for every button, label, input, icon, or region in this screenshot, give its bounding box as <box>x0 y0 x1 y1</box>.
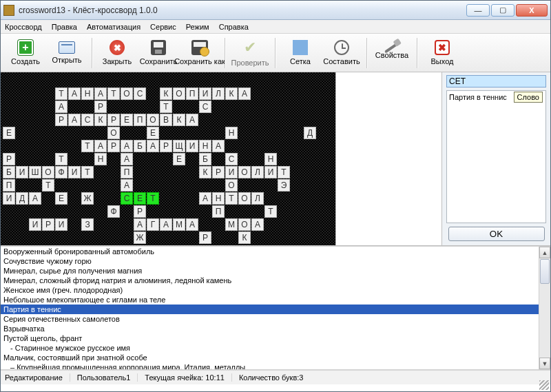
clue-row[interactable]: Небольшое млекопитающее с иглами на теле <box>1 295 550 305</box>
grid-cell[interactable]: К <box>238 231 251 244</box>
grid-cell[interactable]: Ф <box>107 205 120 218</box>
grid-cell[interactable]: Н <box>225 127 238 139</box>
grid-cell[interactable]: Р <box>55 114 67 126</box>
grid-cell[interactable]: П <box>134 114 146 126</box>
grid-cell[interactable]: Т <box>55 153 67 165</box>
grid-cell[interactable]: И <box>16 166 28 178</box>
grid-cell[interactable]: Н <box>94 153 107 165</box>
grid-cell[interactable]: О <box>147 114 159 126</box>
menu-5[interactable]: Справка <box>219 23 249 31</box>
grid-cell[interactable]: Б <box>134 140 146 152</box>
saveas-button[interactable]: Сохранить как <box>179 36 220 70</box>
grid-cell[interactable]: О <box>238 166 251 178</box>
grid-cell[interactable]: Т <box>107 87 120 100</box>
clue-row[interactable]: Вооруженный бронированный автомобиль <box>1 247 550 256</box>
grid-cell[interactable]: А <box>212 140 225 152</box>
scroll-thumb[interactable] <box>540 259 550 284</box>
grid-cell[interactable]: А <box>94 87 107 100</box>
ok-button[interactable]: OK <box>448 227 545 241</box>
grid-cell[interactable]: Л <box>251 166 264 178</box>
grid-cell[interactable]: И <box>3 192 15 205</box>
grid-cell[interactable]: Д <box>304 127 316 139</box>
grid-cell[interactable]: П <box>3 179 15 192</box>
grid-cell[interactable]: С <box>81 114 94 126</box>
grid-cell[interactable]: Р <box>42 218 54 231</box>
clue-row[interactable]: Взрывчатка <box>1 324 550 333</box>
grid-cell[interactable]: М <box>173 218 185 231</box>
grid-cell[interactable]: С <box>199 101 211 113</box>
grid-cell[interactable]: Е <box>173 153 185 165</box>
grid-cell[interactable]: Т <box>147 192 159 205</box>
grid-cell[interactable]: О <box>42 166 54 178</box>
grid-cell[interactable]: Р <box>134 205 146 218</box>
scrollbar[interactable]: ▲ ▼ <box>539 247 550 369</box>
grid-cell[interactable]: К <box>173 114 185 126</box>
save-button[interactable]: Сохранить <box>138 36 179 70</box>
grid-cell[interactable]: И <box>199 87 211 100</box>
grid-cell[interactable]: С <box>225 153 238 165</box>
clue-row[interactable]: Минерал, сырье для получения магния <box>1 266 550 276</box>
grid-cell[interactable]: Т <box>264 205 277 218</box>
grid-cell[interactable]: Р <box>212 166 225 178</box>
grid-cell[interactable]: Г <box>147 218 159 231</box>
grid-cell[interactable]: А <box>29 192 41 205</box>
clue-text-area[interactable]: Партия в теннис Слово <box>446 90 546 223</box>
grid-cell[interactable]: О <box>107 127 120 139</box>
grid-cell[interactable]: Н <box>81 87 94 100</box>
grid-cell[interactable]: С <box>121 192 133 205</box>
maximize-button[interactable]: ▢ <box>491 4 514 17</box>
grid-cell[interactable]: Л <box>251 192 264 205</box>
menu-3[interactable]: Сервис <box>150 23 176 31</box>
grid-cell[interactable]: М <box>225 218 238 231</box>
grid-cell[interactable]: Т <box>160 101 172 113</box>
menu-0[interactable]: Кроссворд <box>5 23 42 31</box>
grid-cell[interactable]: О <box>238 192 251 205</box>
exit-button[interactable]: ✖Выход <box>422 36 463 70</box>
clue-row[interactable]: Серия отечественных самолетов <box>1 314 550 324</box>
grid-cell[interactable]: А <box>251 218 264 231</box>
create-button[interactable]: +Создать <box>5 36 46 70</box>
grid-cell[interactable]: Т <box>81 140 94 152</box>
grid-cell[interactable]: Н <box>199 140 211 152</box>
clue-row[interactable]: Мальчик, состоявший при знатной особе <box>1 353 550 362</box>
grid-cell[interactable]: Е <box>55 192 67 205</box>
clue-row[interactable]: Женское имя (греч. плодородная) <box>1 285 550 295</box>
clue-row[interactable]: Пустой щеголь, франт <box>1 333 550 343</box>
minimize-button[interactable]: — <box>466 4 490 17</box>
grid-cell[interactable]: А <box>68 114 81 126</box>
clue-row[interactable]: Партия в теннис <box>1 305 550 314</box>
grid-cell[interactable]: Е <box>147 127 159 139</box>
grid-cell[interactable]: З <box>81 218 94 231</box>
grid-cell[interactable]: П <box>121 166 133 178</box>
grid-cell[interactable]: П <box>212 205 225 218</box>
grid-cell[interactable]: Т <box>81 166 94 178</box>
grid-cell[interactable]: О <box>173 87 185 100</box>
grid-cell[interactable]: И <box>55 218 67 231</box>
clue-row[interactable]: - Старинное мужское русское имя <box>1 343 550 353</box>
grid-cell[interactable]: К <box>199 166 211 178</box>
grid-cell[interactable]: А <box>121 140 133 152</box>
grid-cell[interactable]: Ф <box>55 166 67 178</box>
grid-cell[interactable]: Щ <box>173 140 185 152</box>
grid-cell[interactable]: Р <box>94 101 107 113</box>
clue-row[interactable]: Минерал, сложный фторид натрия и алюмини… <box>1 276 550 285</box>
grid-cell[interactable]: А <box>186 114 198 126</box>
grid-cell[interactable]: К <box>160 87 172 100</box>
menu-1[interactable]: Правка <box>52 23 77 31</box>
menu-2[interactable]: Автоматизация <box>87 23 141 31</box>
grid-cell[interactable]: А <box>199 192 211 205</box>
grid-cell[interactable]: А <box>121 153 133 165</box>
grid-cell[interactable]: О <box>121 87 133 100</box>
grid-cell[interactable]: Е <box>134 192 146 205</box>
grid-cell[interactable]: Р <box>107 140 120 152</box>
close-button[interactable]: ✖Закрыть <box>96 36 138 70</box>
crossword-grid[interactable]: ТАНАТОСКОПИЛКААРТСРАСКРЕПОВКАЕОЕНДТАРАБА… <box>3 74 333 244</box>
grid-cell[interactable]: А <box>121 179 133 192</box>
grid-cell[interactable]: Б <box>3 166 15 178</box>
grid-cell[interactable]: И <box>186 140 198 152</box>
scroll-down-button[interactable]: ▼ <box>539 358 550 369</box>
grid-cell[interactable]: Р <box>107 114 120 126</box>
grid-cell[interactable]: С <box>134 87 146 100</box>
props-button[interactable]: Свойства <box>371 36 413 70</box>
grid-cell[interactable]: Б <box>199 153 211 165</box>
